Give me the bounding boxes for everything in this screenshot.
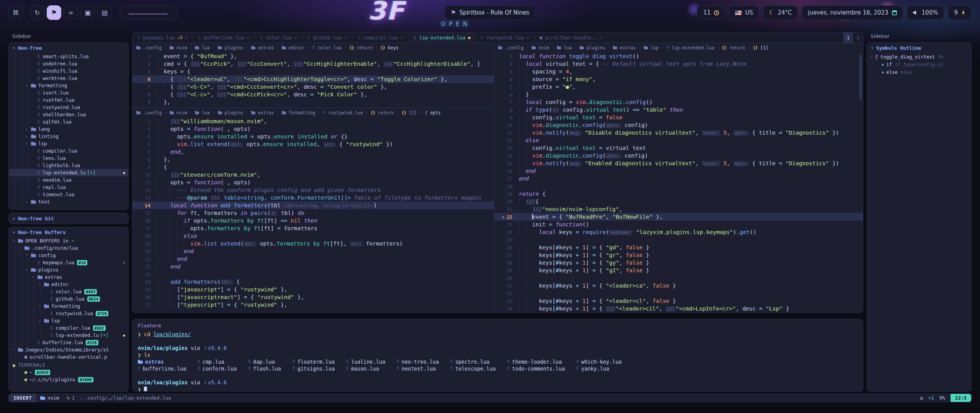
battery-widget[interactable]: 9 [948,5,972,20]
tree-file-timeout-lua[interactable]: ☾timeout.lua [9,191,128,198]
code-line[interactable]: 10▏ ▏ vim.diagnostic.config(opts: config… [494,121,863,129]
tree-file-repl-lua[interactable]: ☾repl.lua [9,184,128,191]
code-line[interactable]: 24▏ ▏ ▏ local keys = require(modname: "l… [494,228,863,236]
buffers-file-bufferline-lua[interactable]: ☾bufferline.lua#328 [9,339,128,346]
code-line[interactable]: 23▏ ▏ init = function() [494,221,863,228]
buffer-tab-color-lua[interactable]: ☾color.lua× [255,33,303,43]
code-line[interactable]: 17end [494,175,863,182]
buffer-tab-keymaps-lua[interactable]: ☾keymaps.lua⚠3× [132,33,193,43]
tree-file-lens-lua[interactable]: ☾lens.lua [9,154,128,162]
buffers-file-keymaps-lua[interactable]: ☾keymaps.lua#10⚠ [9,259,128,266]
ls-entry-todo-comments-lua[interactable]: ☾todo-comments.lua [507,365,565,372]
code-line[interactable]: 26▏ ▏ ▏ keys[#keys + 1] = { "gd", false … [494,244,863,251]
code-line[interactable]: 26▏ ▏ ▏ ["javascriptreact"] = { "rustywi… [132,293,494,301]
breadcrumb-item[interactable]: .config [505,45,523,50]
breadcrumb-item[interactable]: [1] [760,45,768,50]
breadcrumb-item[interactable]: plugins [586,45,605,50]
keyboard-layout-widget[interactable]: US [729,5,759,20]
code-line[interactable]: 20▏ [1]{ [494,198,863,205]
tree-file-compiler-lua[interactable]: ☾compiler.lua [9,147,128,154]
ls-entry-lualine-lua[interactable]: ☾lualine.lua [346,358,385,365]
tree-file-undotree-lua[interactable]: ☾undotree.lua [9,60,128,67]
buffers-file-scrollbar-handle-vertical-p[interactable]: ▦scrollbar-handle-vertical.p [9,353,128,361]
close-icon[interactable]: × [294,35,297,41]
code-line[interactable]: 11▏ ▏ opts = function(_, opts) [132,179,494,186]
statusline-jump[interactable]: ϟ 1 [63,395,78,401]
tree-file-sqlfmt-lua[interactable]: ☾sqlfmt.lua [9,118,128,125]
code-line[interactable]: 30 [494,274,863,282]
workspace-flag-button[interactable]: ⚑ [47,5,61,20]
ls-entry-cmp-lua[interactable]: ☾cmp.lua [198,358,237,365]
launcher-button[interactable]: ⌘ [8,5,23,20]
close-icon[interactable]: × [185,35,188,41]
code-line[interactable]: 8▏ ▏ { [1]"<C-c>", [2]"<cmd>CccPick<cr>"… [132,91,494,98]
code-line[interactable]: 2▏ local virtual_text = { -- Default vir… [494,60,863,68]
ls-entry-floaterm-lua[interactable]: ☾floaterm.lua [292,358,335,365]
code-line[interactable]: 12▏ ▏ ▏ --- Extend the conform plugin co… [132,186,494,194]
neotree-files-header[interactable]: ▾ Neo-Tree [9,43,128,53]
buffers-file-color-lua[interactable]: ☾color.lua#493 [9,288,128,295]
buffer-tab-compiler-lua[interactable]: ☾compiler.lua× [353,33,409,43]
code-line[interactable]: 20▏ ▏ ▏ ▏ end [132,247,494,255]
code-line[interactable]: 13▏ ▏ config.virtual_text = virtual_text [494,144,863,152]
code-line[interactable]: 14▏ ▏ local function add_formatters(tbl:… [132,202,494,209]
code-line[interactable]: 7▏ ▏ end, [132,148,494,156]
neotree-buffers-header[interactable]: ▾ Neo-Tree Buffers [9,227,128,237]
breadcrumb[interactable]: .config›nvim›lua›plugins›extras›formatti… [132,108,494,117]
code-area[interactable]: 3▏ event = { "BufRead" },4▏ cmd = { [1]"… [132,52,494,108]
ls-entry-yanky-lua[interactable]: ☾yanky.lua [577,365,622,372]
workspace-notes-button[interactable]: ▤ [97,5,112,20]
code-line[interactable]: 5▏ ▏ prefix = "●", [494,83,863,91]
buffer-tab-rustywind-lua[interactable]: ☾rustywind.lua× [476,33,535,43]
breadcrumb-item[interactable]: return [378,110,394,115]
code-line[interactable]: 4▏ cmd = { [1]"CccPick", [2]"CccConvert"… [132,60,494,68]
breadcrumb[interactable]: .config›nvim›lua›plugins›extras›editor›☾… [132,43,494,52]
code-line[interactable]: 6▏ ▏ { [1]"<leader>uC", [2]"<cmd>CccHigh… [132,75,494,83]
volume-widget[interactable]: 100% [907,5,944,20]
code-line[interactable]: 32 [494,289,863,297]
code-line[interactable]: 21▏ ▏ ▏ end [132,255,494,263]
code-line[interactable]: 9▏ ▏ config.virtual_text = false [494,114,863,121]
code-line[interactable]: 33▏ ▏ ▏ keys[#keys + 1] = { "<leader>cl"… [494,297,863,305]
code-line[interactable]: 16▏ end [494,167,863,175]
buffers-folder-juegos-indies-steamlibrary-st[interactable]: ▾Juegos/Indies/SteamLibrary/st [9,346,128,353]
buffers-folder-formatting[interactable]: ▾formatting [9,302,128,310]
code-line[interactable]: 31▏ ▏ ▏ keys[#keys + 1] = { "<leader>ca"… [494,282,863,289]
workspace-refresh-button[interactable]: ↻ [30,5,44,20]
code-line[interactable]: 3▏ ▏ [1]"williamboman/mason.nvim", [132,117,494,125]
code-line[interactable]: 27▏ ▏ ▏ keys[#keys + 1] = { "gr", false … [494,251,863,259]
now-playing-widget[interactable]: ⚑ Spiritbox - Rule Of Nines [444,5,535,20]
tree-file-smart-splits-lua[interactable]: ☾smart-splits.lua [9,53,128,60]
code-line[interactable]: 7▏ local config = vim.diagnostic.config(… [494,98,863,106]
buffers-file-github-lua[interactable]: ☾github.lua#654 [9,295,128,302]
close-icon[interactable]: × [247,35,250,41]
code-line[interactable]: 19return { [494,190,863,198]
scrollbar-handle[interactable] [859,55,862,100]
tab-number-1[interactable]: 1 [843,33,853,43]
tree-file-shellharden-lua[interactable]: ☾shellharden.lua [9,111,128,118]
breadcrumb-item[interactable]: extras [258,110,274,115]
tree-folder-lang[interactable]: ▸lang [9,125,128,133]
breadcrumb-item[interactable]: editor [289,45,305,50]
tree-file-rustfmt-lua[interactable]: ☾rustfmt.lua [9,96,128,104]
terminal-output[interactable]: ❯ cd lua/plugins/ nvim/lua/plugins via ☾… [138,331,858,392]
breadcrumb-item[interactable]: .config [143,110,162,115]
code-line[interactable]: 1local function toggle_diag_virtext() [494,52,863,60]
code-line[interactable]: 27▏ ▏ ▏ ["typescript"] = { "rustywind" }… [132,301,494,309]
date-widget[interactable]: jueves, noviembre 16, 2023 [802,5,903,20]
weather-widget[interactable]: ☾24°C [763,5,798,20]
code-line[interactable]: 34▏ ▏ ▏ keys[#keys + 1] = { [1]"<leader>… [494,305,863,312]
breadcrumb-item[interactable]: lua [202,45,210,50]
tree-file-lsp-extended-lu[interactable]: ☾lsp-extended.lu[+]● [9,169,128,176]
code-line[interactable]: 9▏ { [132,163,494,171]
code-line[interactable]: 6▏ } [494,91,863,98]
code-line[interactable]: 25▏ ▏ ▏ ["javascript"] = { "rustywind" }… [132,286,494,293]
buffers-file-lsp-extended-lu[interactable]: ☾lsp-extended.lu[+]● [9,332,128,339]
breadcrumb-item[interactable]: [2] [409,110,417,115]
ls-entry-gitsigns-lua[interactable]: ☾gitsigns.lua [292,365,335,372]
code-line[interactable]: 19▏ ▏ ▏ ▏ ▏ vim.list_extend(dst: opts.fo… [132,240,494,247]
breadcrumb-item[interactable]: plugins [225,45,243,50]
breadcrumb-item[interactable]: .config [143,45,162,50]
statusline-project[interactable]: nvim [36,395,63,401]
close-icon[interactable]: × [599,35,603,41]
